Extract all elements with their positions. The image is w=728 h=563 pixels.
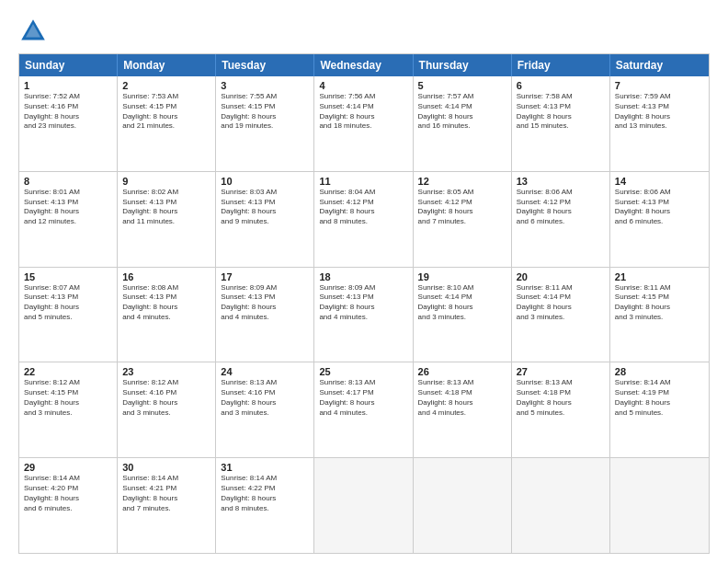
day-cell-19: 19Sunrise: 8:10 AMSunset: 4:14 PMDayligh… — [414, 268, 512, 362]
day-cell-17: 17Sunrise: 8:09 AMSunset: 4:13 PMDayligh… — [216, 268, 314, 362]
cell-details: Sunrise: 8:13 AMSunset: 4:18 PMDaylight:… — [418, 378, 506, 418]
page: SundayMondayTuesdayWednesdayThursdayFrid… — [0, 0, 728, 563]
cell-details: Sunrise: 7:57 AMSunset: 4:14 PMDaylight:… — [418, 92, 506, 132]
cell-details: Sunrise: 8:08 AMSunset: 4:13 PMDaylight:… — [122, 283, 210, 323]
cell-details: Sunrise: 8:01 AMSunset: 4:13 PMDaylight:… — [24, 188, 112, 227]
cell-details: Sunrise: 8:14 AMSunset: 4:22 PMDaylight:… — [221, 474, 309, 513]
day-cell-3: 3Sunrise: 7:55 AMSunset: 4:15 PMDaylight… — [216, 76, 314, 171]
empty-cell-r4-c4 — [414, 458, 512, 553]
day-number: 11 — [319, 176, 407, 187]
logo-icon — [18, 17, 48, 46]
day-number: 9 — [122, 176, 210, 187]
day-cell-1: 1Sunrise: 7:52 AMSunset: 4:16 PMDaylight… — [19, 76, 118, 171]
cell-details: Sunrise: 7:53 AMSunset: 4:15 PMDaylight:… — [122, 92, 210, 132]
day-number: 2 — [122, 80, 210, 91]
day-number: 17 — [221, 271, 309, 282]
day-cell-22: 22Sunrise: 8:12 AMSunset: 4:15 PMDayligh… — [19, 362, 118, 457]
header-day-friday: Friday — [512, 54, 610, 76]
day-number: 28 — [615, 366, 704, 377]
day-number: 21 — [615, 271, 704, 282]
day-cell-30: 30Sunrise: 8:14 AMSunset: 4:21 PMDayligh… — [118, 458, 216, 553]
day-cell-28: 28Sunrise: 8:14 AMSunset: 4:19 PMDayligh… — [610, 362, 709, 457]
day-cell-14: 14Sunrise: 8:06 AMSunset: 4:13 PMDayligh… — [610, 172, 709, 267]
day-number: 26 — [418, 366, 506, 377]
header-day-saturday: Saturday — [610, 54, 709, 76]
day-cell-6: 6Sunrise: 7:58 AMSunset: 4:13 PMDaylight… — [512, 76, 610, 171]
calendar-row-0: 1Sunrise: 7:52 AMSunset: 4:16 PMDaylight… — [19, 76, 709, 171]
cell-details: Sunrise: 8:02 AMSunset: 4:13 PMDaylight:… — [122, 188, 210, 227]
cell-details: Sunrise: 8:11 AMSunset: 4:14 PMDaylight:… — [517, 283, 605, 323]
cell-details: Sunrise: 8:13 AMSunset: 4:18 PMDaylight:… — [517, 378, 605, 418]
cell-details: Sunrise: 8:10 AMSunset: 4:14 PMDaylight:… — [418, 283, 506, 323]
day-number: 8 — [24, 176, 112, 187]
cell-details: Sunrise: 7:58 AMSunset: 4:13 PMDaylight:… — [517, 92, 605, 132]
calendar-header: SundayMondayTuesdayWednesdayThursdayFrid… — [19, 54, 709, 76]
day-cell-26: 26Sunrise: 8:13 AMSunset: 4:18 PMDayligh… — [414, 362, 512, 457]
day-cell-29: 29Sunrise: 8:14 AMSunset: 4:20 PMDayligh… — [19, 458, 118, 553]
day-number: 1 — [24, 80, 112, 91]
day-cell-27: 27Sunrise: 8:13 AMSunset: 4:18 PMDayligh… — [512, 362, 610, 457]
day-cell-11: 11Sunrise: 8:04 AMSunset: 4:12 PMDayligh… — [314, 172, 413, 267]
header-day-tuesday: Tuesday — [216, 54, 314, 76]
day-number: 13 — [517, 176, 605, 187]
logo — [18, 17, 51, 46]
day-cell-16: 16Sunrise: 8:08 AMSunset: 4:13 PMDayligh… — [118, 268, 216, 362]
day-number: 5 — [418, 80, 506, 91]
day-cell-12: 12Sunrise: 8:05 AMSunset: 4:12 PMDayligh… — [414, 172, 512, 267]
day-number: 12 — [418, 176, 506, 187]
header-day-sunday: Sunday — [19, 54, 118, 76]
day-cell-13: 13Sunrise: 8:06 AMSunset: 4:12 PMDayligh… — [512, 172, 610, 267]
cell-details: Sunrise: 8:09 AMSunset: 4:13 PMDaylight:… — [319, 283, 407, 323]
day-cell-24: 24Sunrise: 8:13 AMSunset: 4:16 PMDayligh… — [216, 362, 314, 457]
header-day-monday: Monday — [118, 54, 216, 76]
header-day-wednesday: Wednesday — [314, 54, 413, 76]
cell-details: Sunrise: 8:06 AMSunset: 4:12 PMDaylight:… — [517, 188, 605, 227]
day-number: 3 — [221, 80, 309, 91]
day-cell-9: 9Sunrise: 8:02 AMSunset: 4:13 PMDaylight… — [118, 172, 216, 267]
cell-details: Sunrise: 8:14 AMSunset: 4:19 PMDaylight:… — [615, 378, 704, 418]
cell-details: Sunrise: 8:12 AMSunset: 4:16 PMDaylight:… — [122, 378, 210, 418]
day-number: 30 — [122, 462, 210, 473]
day-cell-25: 25Sunrise: 8:13 AMSunset: 4:17 PMDayligh… — [314, 362, 413, 457]
calendar-row-1: 8Sunrise: 8:01 AMSunset: 4:13 PMDaylight… — [19, 171, 709, 267]
day-number: 18 — [319, 271, 407, 282]
day-cell-7: 7Sunrise: 7:59 AMSunset: 4:13 PMDaylight… — [610, 76, 709, 171]
cell-details: Sunrise: 7:56 AMSunset: 4:14 PMDaylight:… — [319, 92, 407, 132]
day-cell-15: 15Sunrise: 8:07 AMSunset: 4:13 PMDayligh… — [19, 268, 118, 362]
empty-cell-r4-c6 — [610, 458, 709, 553]
day-number: 31 — [221, 462, 309, 473]
day-cell-4: 4Sunrise: 7:56 AMSunset: 4:14 PMDaylight… — [314, 76, 413, 171]
day-cell-5: 5Sunrise: 7:57 AMSunset: 4:14 PMDaylight… — [414, 76, 512, 171]
cell-details: Sunrise: 8:13 AMSunset: 4:17 PMDaylight:… — [319, 378, 407, 418]
cell-details: Sunrise: 8:09 AMSunset: 4:13 PMDaylight:… — [221, 283, 309, 323]
day-number: 16 — [122, 271, 210, 282]
day-number: 27 — [517, 366, 605, 377]
day-number: 14 — [615, 176, 704, 187]
day-number: 19 — [418, 271, 506, 282]
day-cell-31: 31Sunrise: 8:14 AMSunset: 4:22 PMDayligh… — [216, 458, 314, 553]
cell-details: Sunrise: 8:13 AMSunset: 4:16 PMDaylight:… — [221, 378, 309, 418]
day-cell-21: 21Sunrise: 8:11 AMSunset: 4:15 PMDayligh… — [610, 268, 709, 362]
cell-details: Sunrise: 7:55 AMSunset: 4:15 PMDaylight:… — [221, 92, 309, 132]
cell-details: Sunrise: 7:52 AMSunset: 4:16 PMDaylight:… — [24, 92, 112, 132]
cell-details: Sunrise: 8:07 AMSunset: 4:13 PMDaylight:… — [24, 283, 112, 323]
day-cell-8: 8Sunrise: 8:01 AMSunset: 4:13 PMDaylight… — [19, 172, 118, 267]
header-day-thursday: Thursday — [414, 54, 512, 76]
cell-details: Sunrise: 8:14 AMSunset: 4:20 PMDaylight:… — [24, 474, 112, 513]
cell-details: Sunrise: 8:12 AMSunset: 4:15 PMDaylight:… — [24, 378, 112, 418]
day-number: 25 — [319, 366, 407, 377]
cell-details: Sunrise: 7:59 AMSunset: 4:13 PMDaylight:… — [615, 92, 704, 132]
header — [18, 17, 710, 46]
day-number: 22 — [24, 366, 112, 377]
empty-cell-r4-c3 — [314, 458, 413, 553]
day-cell-18: 18Sunrise: 8:09 AMSunset: 4:13 PMDayligh… — [314, 268, 413, 362]
calendar-row-3: 22Sunrise: 8:12 AMSunset: 4:15 PMDayligh… — [19, 362, 709, 457]
day-number: 4 — [319, 80, 407, 91]
day-cell-10: 10Sunrise: 8:03 AMSunset: 4:13 PMDayligh… — [216, 172, 314, 267]
cell-details: Sunrise: 8:06 AMSunset: 4:13 PMDaylight:… — [615, 188, 704, 227]
cell-details: Sunrise: 8:03 AMSunset: 4:13 PMDaylight:… — [221, 188, 309, 227]
day-cell-2: 2Sunrise: 7:53 AMSunset: 4:15 PMDaylight… — [118, 76, 216, 171]
calendar-row-2: 15Sunrise: 8:07 AMSunset: 4:13 PMDayligh… — [19, 267, 709, 362]
day-number: 20 — [517, 271, 605, 282]
day-number: 23 — [122, 366, 210, 377]
